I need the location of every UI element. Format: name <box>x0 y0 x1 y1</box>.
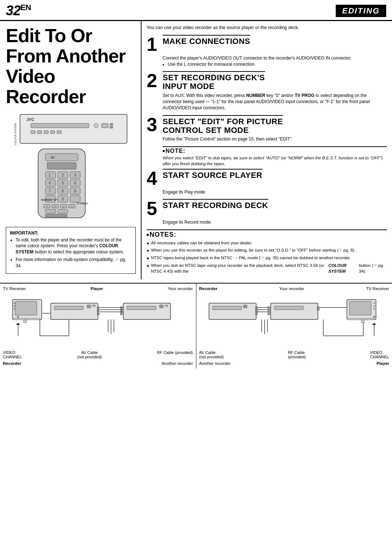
svg-rect-93 <box>255 309 257 310</box>
diagram-left-av-label: AV Cable (not provided) <box>77 350 102 359</box>
svg-rect-66 <box>97 309 99 310</box>
svg-rect-102 <box>317 307 319 308</box>
svg-text:+: + <box>71 205 73 208</box>
player-label: Player <box>376 361 389 366</box>
main-title: Edit To Or From Another Video Recorder <box>6 25 136 107</box>
svg-rect-68 <box>97 313 99 315</box>
section-5-number: 5 <box>147 199 160 218</box>
note-box: NOTE: When you select "EDIT" to dub tape… <box>163 146 387 167</box>
notes-list: All necessary cables can be obtained fro… <box>147 240 387 274</box>
diagram-left-rf-label: RF Cable (provided) <box>157 350 193 359</box>
svg-rect-103 <box>317 309 319 310</box>
svg-rect-67 <box>97 311 99 313</box>
diagram-right: Recorder Your recorder TV Receiver <box>196 284 392 368</box>
diagram-left-tv-label: TV Receiver <box>3 286 26 291</box>
svg-point-109 <box>373 302 375 304</box>
right-column: You can use your video recorder as the s… <box>142 21 392 279</box>
svg-rect-16 <box>47 163 76 169</box>
svg-rect-6 <box>110 126 113 128</box>
notes-dot <box>147 234 149 236</box>
svg-rect-95 <box>255 313 257 315</box>
svg-rect-38 <box>70 196 80 202</box>
section-2-header: 2 SET RECORDING DECK'SINPUT MODE <box>147 71 387 91</box>
section-4: 4 START SOURCE PLAYER Engage its Play mo… <box>147 169 387 195</box>
page-header: 32EN EDITING <box>0 0 392 21</box>
section-4-number: 4 <box>147 169 160 188</box>
notes-section-title: NOTES: <box>147 229 387 239</box>
important-item: To edit, both the player and the recorde… <box>16 237 132 255</box>
diagram-left-video-label: VIDEO CHANNEL <box>3 350 22 359</box>
section-1-header: 1 MAKE CONNECTIONS <box>147 35 387 54</box>
diagram-right-svg <box>199 292 389 350</box>
bottom-diagrams: TV Receiver Player Your recorder <box>0 283 392 368</box>
svg-rect-5 <box>110 123 113 125</box>
diagram-right-device-labels: Another recorder Player <box>199 361 389 366</box>
svg-rect-62 <box>54 306 83 310</box>
svg-rect-101 <box>268 313 270 315</box>
section-2-body: Set to AUX. With this video recorder, pr… <box>163 93 387 111</box>
svg-point-110 <box>373 305 375 307</box>
section-2: 2 SET RECORDING DECK'SINPUT MODE Set to … <box>147 71 387 111</box>
svg-rect-63 <box>87 305 91 308</box>
svg-text:8: 8 <box>62 189 64 193</box>
svg-rect-50 <box>45 209 56 213</box>
another-recorder-left: Another recorder <box>162 361 193 366</box>
note-title: NOTE: <box>163 146 387 154</box>
svg-rect-100 <box>268 311 270 313</box>
svg-text:0: 0 <box>62 197 64 201</box>
svg-rect-105 <box>349 301 371 315</box>
svg-point-3 <box>94 123 98 128</box>
svg-rect-94 <box>255 311 257 313</box>
section-4-body: Engage its Play mode. <box>163 189 387 195</box>
svg-point-58 <box>14 302 15 304</box>
svg-rect-0 <box>20 114 127 143</box>
important-item: For more information on multi-system com… <box>16 257 132 269</box>
diagram-left: TV Receiver Player Your recorder <box>0 284 196 368</box>
section-3-title: SELECT "EDIT" FOR PICTURECONTROL SET MOD… <box>163 115 283 135</box>
svg-rect-107 <box>347 318 373 320</box>
svg-point-59 <box>14 305 15 307</box>
svg-point-106 <box>373 316 375 318</box>
diagram-right-video-label: VIDEO CHANNEL <box>370 350 389 359</box>
svg-rect-91 <box>243 305 247 308</box>
svg-rect-70 <box>127 306 156 310</box>
svg-rect-90 <box>212 306 241 310</box>
svg-text:9: 9 <box>74 189 76 193</box>
svg-text:5: 5 <box>62 181 64 185</box>
section-1-number: 1 <box>147 35 160 54</box>
svg-text:7: 7 <box>49 189 51 193</box>
diagram-right-bottom-labels: AV Cable (not provided) RF Cable (provid… <box>199 350 389 359</box>
svg-rect-64 <box>93 305 95 306</box>
svg-text:4: 4 <box>49 181 51 185</box>
svg-rect-65 <box>97 307 99 308</box>
svg-text:NUMBER "0": NUMBER "0" <box>41 199 57 201</box>
svg-rect-97 <box>274 306 303 310</box>
svg-rect-51 <box>58 209 68 213</box>
notes-section: NOTES: All necessary cables can be obtai… <box>147 229 387 274</box>
svg-rect-57 <box>24 320 26 323</box>
diagram-right-av-label: AV Cable (not provided) <box>199 350 224 359</box>
section-4-title: START SOURCE PLAYER <box>163 169 262 180</box>
section-2-title: SET RECORDING DECK'SINPUT MODE <box>163 71 265 91</box>
svg-point-55 <box>17 316 19 318</box>
section-5-body: Engage its Record mode. <box>163 219 387 225</box>
svg-text:JVC: JVC <box>26 117 34 122</box>
page-number: 32EN <box>6 3 31 19</box>
svg-text:COLOUR SYSTEM: COLOUR SYSTEM <box>14 123 17 145</box>
diagram-left-recorder-label: Your recorder <box>168 286 193 291</box>
section-3-number: 3 <box>147 115 160 134</box>
svg-text:3: 3 <box>74 173 76 177</box>
svg-text:TV PROG: TV PROG <box>76 202 88 205</box>
svg-rect-89 <box>209 303 256 319</box>
section-4-header: 4 START SOURCE PLAYER <box>147 169 387 188</box>
section-1-title: MAKE CONNECTIONS <box>163 35 250 46</box>
svg-rect-92 <box>255 307 257 308</box>
diagram-right-rf-label: RF Cable (provided) <box>288 350 306 359</box>
main-content: Edit To Or From Another Video Recorder J… <box>0 21 392 279</box>
svg-rect-98 <box>268 307 270 308</box>
svg-marker-122 <box>372 323 376 325</box>
vcr-illustration: JVC COLOUR SYSTEM ⏻/I <box>9 111 132 223</box>
note-item: NTSC tapes being played back in the NTSC… <box>147 255 387 261</box>
svg-rect-108 <box>361 320 364 323</box>
section-5-header: 5 START RECORDING DECK <box>147 199 387 218</box>
